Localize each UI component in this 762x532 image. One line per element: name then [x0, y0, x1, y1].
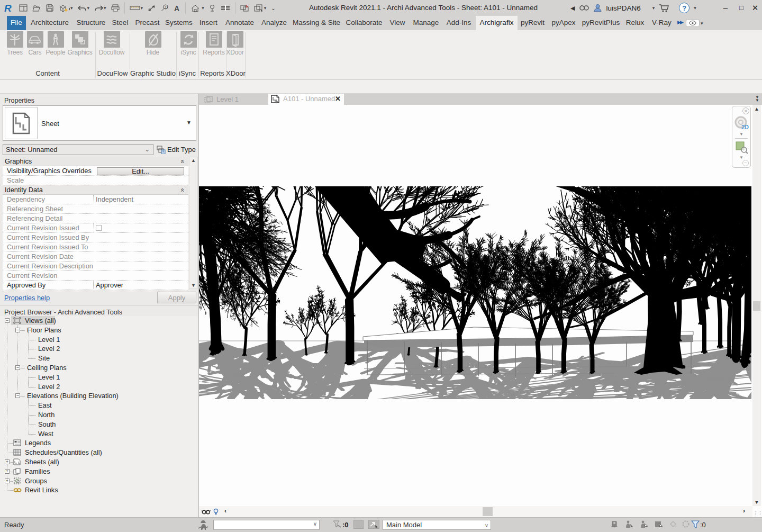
svg-text:2D: 2D	[741, 124, 749, 130]
svg-text:R: R	[4, 3, 12, 13]
